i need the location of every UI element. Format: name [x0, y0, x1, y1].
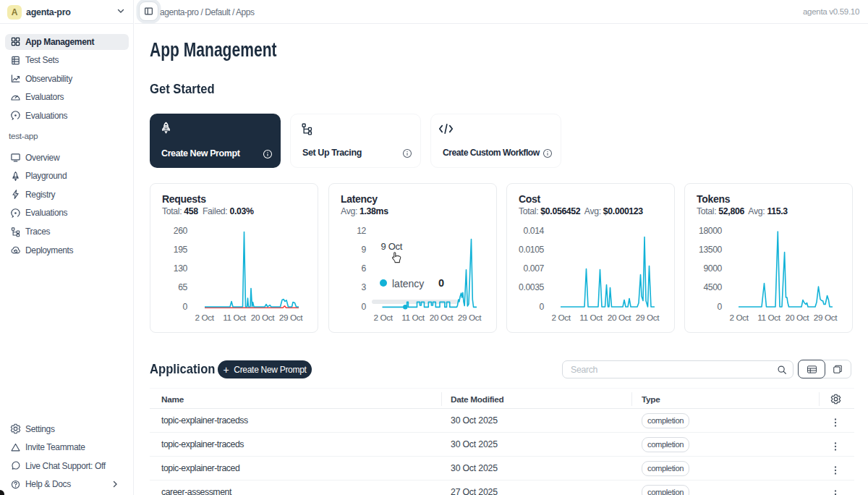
svg-text:11 Oct: 11 Oct — [757, 313, 781, 323]
svg-text:0.0035: 0.0035 — [519, 282, 544, 292]
svg-text:29 Oct: 29 Oct — [458, 313, 482, 323]
svg-text:9000: 9000 — [703, 263, 722, 274]
svg-text:11 Oct: 11 Oct — [401, 313, 425, 323]
svg-text:11 Oct: 11 Oct — [579, 313, 603, 323]
svg-text:20 Oct: 20 Oct — [608, 313, 631, 323]
svg-text:11 Oct: 11 Oct — [223, 313, 247, 323]
svg-text:20 Oct: 20 Oct — [430, 313, 454, 323]
svg-text:20 Oct: 20 Oct — [251, 313, 275, 323]
svg-text:9: 9 — [362, 245, 367, 255]
svg-text:0: 0 — [362, 302, 367, 312]
svg-text:12: 12 — [357, 226, 366, 236]
svg-text:2 Oct: 2 Oct — [729, 313, 749, 323]
svg-text:29 Oct: 29 Oct — [814, 313, 838, 323]
svg-text:29 Oct: 29 Oct — [279, 313, 303, 323]
svg-text:0.0105: 0.0105 — [519, 245, 544, 255]
svg-text:3: 3 — [362, 282, 367, 292]
svg-text:0: 0 — [540, 302, 545, 312]
svg-text:13500: 13500 — [699, 245, 723, 255]
svg-text:6: 6 — [362, 263, 367, 274]
svg-text:0: 0 — [718, 302, 723, 312]
svg-text:2 Oct: 2 Oct — [551, 313, 571, 323]
svg-text:20 Oct: 20 Oct — [786, 313, 809, 323]
svg-text:2 Oct: 2 Oct — [195, 313, 214, 323]
svg-text:0.014: 0.014 — [524, 226, 545, 236]
svg-text:130: 130 — [174, 263, 188, 274]
svg-text:0.007: 0.007 — [524, 263, 545, 274]
svg-text:65: 65 — [178, 282, 187, 292]
svg-text:4500: 4500 — [703, 282, 722, 292]
svg-text:260: 260 — [174, 226, 188, 236]
svg-text:18000: 18000 — [699, 226, 723, 236]
svg-text:29 Oct: 29 Oct — [636, 313, 660, 323]
svg-text:2 Oct: 2 Oct — [373, 313, 393, 323]
svg-text:0: 0 — [183, 302, 188, 312]
svg-text:195: 195 — [174, 245, 188, 255]
